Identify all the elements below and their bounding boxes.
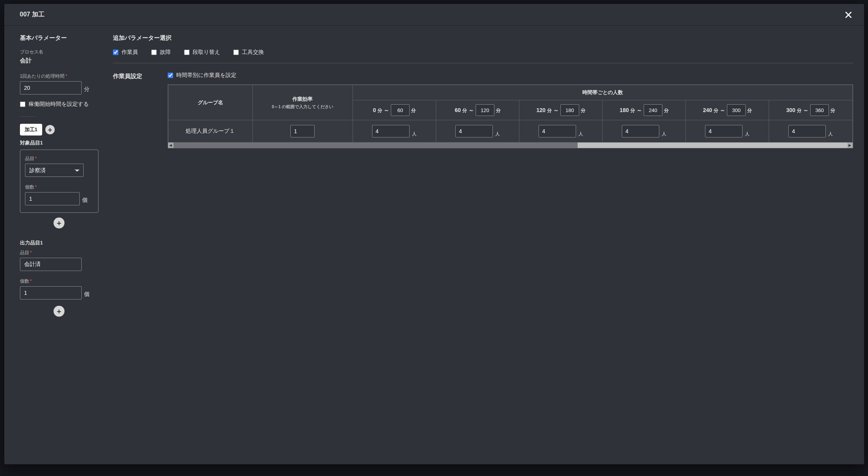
required-marker: * [30,278,32,284]
worker-settings-title: 作業員設定 [113,73,156,80]
param-check-worker[interactable]: 作業員 [113,49,138,56]
scroll-left-arrow[interactable]: ◀ [168,143,174,148]
slot-to-input-1[interactable] [476,104,494,116]
plus-icon: ＋ [55,308,63,315]
modal-body: 基本パラメーター プロセス名 会計 1回あたりの処理時間* 分 稼働開始時間を設… [4,26,864,464]
add-target-item-button[interactable]: ＋ [54,217,64,228]
slot-from-static: 120 [537,107,546,113]
count-cell-1: 人 [436,120,519,143]
timeslot-header-2: 120分 ～ 分 [519,100,603,120]
target-item-section-label: 対象品目1 [20,139,98,146]
worker-settings-row: 作業員設定 時間帯別に作業員を設定 グループ名 [113,72,853,148]
slot-to-input-4[interactable] [727,104,746,116]
divider [113,63,853,63]
target-qty-input[interactable] [25,192,80,205]
output-item-input[interactable] [20,258,82,271]
slot-from-static: 240 [703,107,712,113]
modal-backdrop: 007 加工 基本パラメーター プロセス名 会計 1回あたりの処理時間* 分 [0,0,868,476]
timeslot-header-3: 180分 ～ 分 [603,100,686,120]
unit-min: 分 [664,107,669,114]
output-item-label-text: 品目 [20,250,29,255]
unit-min: 分 [378,107,382,114]
count-input-0-1[interactable] [455,125,493,137]
count-cell-4: 人 [686,120,769,143]
timeslot-header-1: 60分 ～ 分 [436,100,519,120]
scroll-right-arrow[interactable]: ▶ [847,143,853,148]
count-input-0-4[interactable] [705,125,743,137]
efficiency-input-0[interactable] [290,125,315,137]
proc-time-label-text: 1回あたりの処理時間 [20,73,65,79]
unit-people: 人 [662,131,666,137]
basic-params-title: 基本パラメーター [20,34,98,42]
target-qty-label-text: 個数 [25,184,34,190]
group-name-cell: 処理人員グループ１ [168,120,252,143]
process-name-value: 会計 [20,57,98,64]
unit-min: 分 [797,107,802,114]
count-cell-3: 人 [603,120,686,143]
param-check-failure[interactable]: 故障 [151,49,171,56]
param-check-failure-input[interactable] [151,50,157,55]
col-header-timeslots: 時間帯ごとの人数 [353,85,852,100]
timeslot-header-4: 240分 ～ 分 [686,100,769,120]
schedule-table-wrap: グループ名 作業効率 0～1 の範囲で入力してください 時間帯ごとの人数 [168,84,853,148]
unit-people: 人 [828,131,833,137]
output-qty-input[interactable] [20,286,82,300]
param-check-tool-input[interactable] [233,50,239,55]
proc-time-input[interactable] [20,81,82,94]
required-marker: * [35,184,37,190]
required-marker: * [65,73,67,79]
horizontal-scrollbar[interactable]: ◀ ▶ [168,143,853,148]
target-item-select[interactable]: 診察済 [25,164,84,177]
param-check-setup[interactable]: 段取り替え [184,49,220,56]
per-timeslot-checkbox[interactable] [168,73,173,78]
output-item-section-label: 出力品目1 [20,239,98,246]
param-check-failure-label: 故障 [160,49,171,56]
tab-processing-1[interactable]: 加工1 [20,124,42,135]
param-check-tool-label: 工具交換 [242,49,264,56]
slot-to-input-3[interactable] [644,104,662,116]
unit-people: 人 [578,131,583,137]
unit-min: 分 [547,107,552,114]
tilde: ～ [553,107,559,114]
count-input-0-2[interactable] [539,125,576,137]
count-input-0-5[interactable] [788,125,826,137]
param-check-setup-input[interactable] [184,50,190,55]
param-check-tool[interactable]: 工具交換 [233,49,264,56]
unit-min: 分 [462,107,467,114]
scroll-thumb[interactable] [174,143,578,148]
slot-to-input-0[interactable] [391,104,410,116]
count-input-0-0[interactable] [372,125,410,137]
set-start-time-checkbox[interactable] [20,102,25,107]
timeslot-header-5: 300分 ～ 分 [769,100,852,120]
unit-people: 人 [745,131,750,137]
target-item-card: 品目* 診察済 個数* 個 [20,150,98,213]
unit-min: 分 [630,107,635,114]
output-qty-unit: 個 [84,291,89,300]
close-button[interactable] [842,9,855,21]
set-start-time-checkbox-row[interactable]: 稼働開始時間を設定する [20,101,98,108]
plus-icon: ＋ [55,219,63,226]
unit-people: 人 [412,131,417,137]
count-input-0-3[interactable] [622,125,659,137]
proc-time-unit: 分 [84,86,89,94]
process-name-label: プロセス名 [20,49,98,55]
required-marker: * [35,156,37,161]
scroll-track[interactable] [174,143,847,148]
proc-time-label: 1回あたりの処理時間* [20,73,98,80]
unit-min: 分 [714,107,718,114]
add-output-item-button[interactable]: ＋ [54,306,64,317]
extra-params-title: 追加パラメーター選択 [113,34,853,42]
modal-header: 007 加工 [4,4,864,26]
slot-to-input-5[interactable] [810,104,829,116]
col-header-efficiency-hint: 0～1 の範囲で入力してください [256,104,350,110]
add-tab-button[interactable]: ＋ [45,125,55,134]
slot-from-static: 300 [786,107,795,113]
col-header-efficiency-text: 作業効率 [292,96,313,102]
unit-min: 分 [747,107,752,114]
param-check-worker-input[interactable] [113,50,118,55]
output-qty-label: 個数* [20,278,98,285]
col-header-group: グループ名 [168,85,252,120]
slot-to-input-2[interactable] [560,104,579,116]
per-timeslot-checkbox-row[interactable]: 時間帯別に作業員を設定 [168,72,853,79]
output-qty-label-text: 個数 [20,278,29,284]
